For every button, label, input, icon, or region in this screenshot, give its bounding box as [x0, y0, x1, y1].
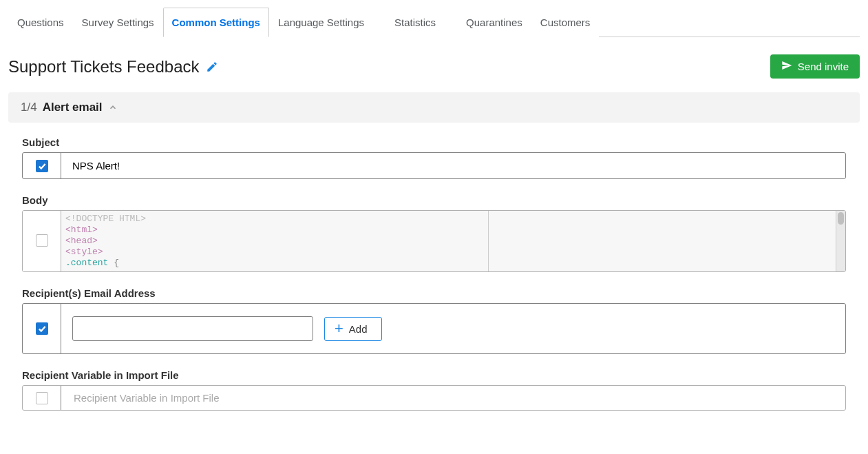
body-editor: <!DOCTYPE HTML> <html> <head> <style> .c…: [22, 210, 846, 272]
body-enable-checkbox[interactable]: [36, 234, 48, 247]
tab-statistics[interactable]: Statistics: [385, 8, 457, 37]
field-subject: Subject: [22, 136, 846, 179]
tab-language-settings[interactable]: Language Settings: [269, 8, 385, 37]
send-icon: [781, 60, 792, 73]
code-line-2: <html>: [65, 225, 98, 235]
edit-title-icon[interactable]: [206, 61, 218, 73]
page-title: Support Tickets Feedback: [8, 57, 199, 76]
add-label: Add: [349, 323, 368, 335]
subject-row: [22, 152, 846, 179]
tab-quarantines[interactable]: Quarantines: [457, 8, 531, 37]
send-invite-button[interactable]: Send invite: [770, 54, 860, 79]
section-name: Alert email: [43, 101, 103, 114]
code-line-1: <!DOCTYPE HTML>: [65, 214, 146, 224]
recipient-var-input[interactable]: [72, 391, 834, 404]
tab-common-settings[interactable]: Common Settings: [163, 8, 269, 37]
body-scrollbar[interactable]: [836, 211, 845, 271]
field-body: Body <!DOCTYPE HTML> <html> <head> <styl…: [22, 194, 846, 272]
recipients-input[interactable]: [72, 316, 313, 341]
body-label: Body: [22, 194, 846, 206]
code-line-4: <style>: [65, 247, 103, 257]
section-header-alert-email[interactable]: 1/4 Alert email: [8, 92, 860, 123]
page-title-wrap: Support Tickets Feedback: [8, 57, 218, 76]
add-recipient-button[interactable]: + Add: [324, 317, 382, 341]
code-line-5a: .content: [65, 258, 108, 268]
recipients-enable-checkbox[interactable]: [36, 322, 48, 335]
send-invite-label: Send invite: [798, 61, 849, 72]
tab-survey-settings[interactable]: Survey Settings: [73, 8, 163, 37]
subject-input[interactable]: [72, 160, 834, 172]
section-step: 1/4: [21, 101, 37, 114]
chevron-up-icon: [108, 103, 118, 112]
recipients-label: Recipient(s) Email Address: [22, 287, 846, 299]
tab-customers[interactable]: Customers: [531, 8, 600, 37]
plus-icon: +: [335, 324, 343, 333]
tabs-nav: Questions Survey Settings Common Setting…: [8, 7, 860, 37]
recipients-row: + Add: [22, 303, 846, 354]
subject-label: Subject: [22, 136, 846, 148]
page-header: Support Tickets Feedback Send invite: [8, 54, 860, 79]
recipient-var-enable-checkbox[interactable]: [36, 392, 48, 404]
recipient-var-row: [22, 385, 846, 411]
recipient-var-label: Recipient Variable in Import File: [22, 369, 846, 381]
code-line-5b: {: [108, 258, 119, 268]
body-code-area[interactable]: <!DOCTYPE HTML> <html> <head> <style> .c…: [61, 211, 836, 271]
tab-questions[interactable]: Questions: [8, 8, 73, 37]
field-recipients: Recipient(s) Email Address + Add: [22, 287, 846, 354]
subject-enable-checkbox[interactable]: [36, 160, 48, 172]
field-recipient-var: Recipient Variable in Import File: [22, 369, 846, 411]
code-line-3: <head>: [65, 236, 98, 246]
